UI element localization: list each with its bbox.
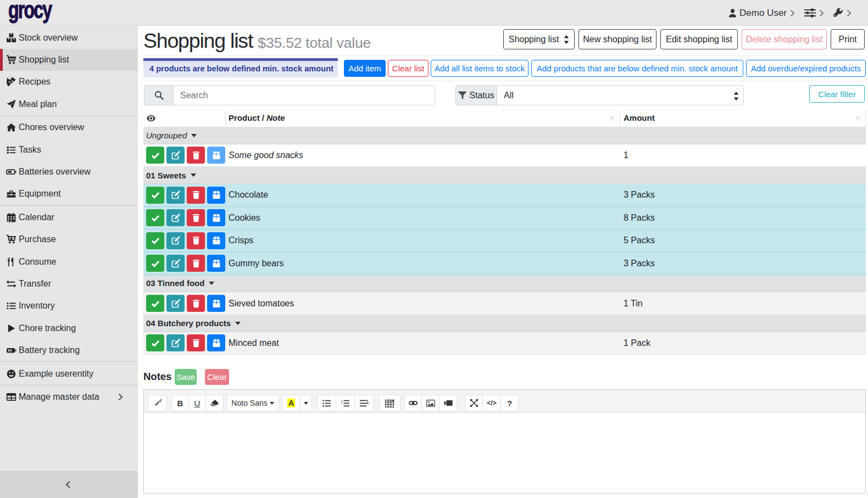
svg-text:2: 2 [341,402,343,405]
